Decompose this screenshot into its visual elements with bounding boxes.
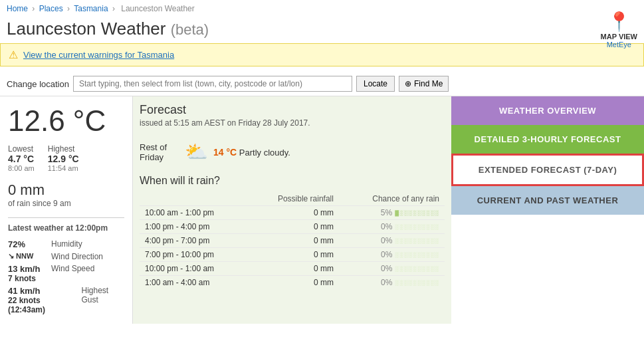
temp-row: Lowest 4.7 °C 8:00 am Highest 12.9 °C 11… <box>8 144 124 175</box>
rain-rainfall: 0 mm <box>249 206 339 220</box>
breadcrumb-home[interactable]: Home <box>7 4 28 13</box>
find-me-button[interactable]: ⊕ Find Me <box>399 76 449 92</box>
rain-time: 1:00 am - 4:00 am <box>140 276 249 290</box>
rain-section: 0 mm of rain since 9 am <box>8 175 124 212</box>
rain-table-row: 1:00 am - 4:00 am 0 mm 0% ░░░░░░░░░░ <box>140 276 445 290</box>
warning-icon: ⚠ <box>9 49 18 61</box>
nav-current-past-button[interactable]: CURRENT AND PAST WEATHER <box>451 186 644 215</box>
nav-3hourly-button[interactable]: DETAILED 3-HOURLY FORECAST <box>451 125 644 154</box>
rain-chance: 0% ░░░░░░░░░░ <box>339 234 445 248</box>
lowest-temp: Lowest 4.7 °C 8:00 am <box>8 144 35 172</box>
center-panel: Forecast issued at 5:15 am AEST on Frida… <box>133 96 451 324</box>
wind-direction-stat: ↘ NNW Wind Direction <box>8 251 124 263</box>
rain-col-chance: Chance of any rain <box>339 192 445 206</box>
forecast-title: Forecast <box>140 103 445 117</box>
rain-chance: 0% ░░░░░░░░░░ <box>339 220 445 234</box>
page-title: Launceston Weather (beta) <box>7 19 209 39</box>
breadcrumb: Home › Places › Tasmania › Launceston We… <box>0 0 644 17</box>
rain-table-row: 4:00 pm - 7:00 pm 0 mm 0% ░░░░░░░░░░ <box>140 234 445 248</box>
warning-bar: ⚠ View the current warnings for Tasmania <box>0 43 644 66</box>
rain-time: 7:00 pm - 10:00 pm <box>140 248 249 262</box>
location-input[interactable] <box>73 76 352 92</box>
highest-temp: Highest 12.9 °C 11:54 am <box>48 144 79 172</box>
map-pin-icon: 📍 <box>601 11 637 33</box>
forecast-details: 14 °C Partly cloudy. <box>213 147 290 158</box>
rain-time: 1:00 pm - 4:00 pm <box>140 220 249 234</box>
rain-rainfall: 0 mm <box>249 262 339 276</box>
divider <box>8 217 124 218</box>
rain-table-row: 7:00 pm - 10:00 pm 0 mm 0% ░░░░░░░░░░ <box>140 248 445 262</box>
highest-gust-stat: 41 km/h 22 knots (12:43am) Highest Gust <box>8 285 124 316</box>
locate-button[interactable]: Locate <box>356 76 395 92</box>
rain-table-row: 10:00 pm - 1:00 am 0 mm 0% ░░░░░░░░░░ <box>140 262 445 276</box>
rain-table: Possible rainfall Chance of any rain 10:… <box>140 192 445 289</box>
left-panel: 12.6 °C Lowest 4.7 °C 8:00 am Highest 12… <box>0 96 133 324</box>
rain-chance: 0% ░░░░░░░░░░ <box>339 262 445 276</box>
rain-time: 4:00 pm - 7:00 pm <box>140 234 249 248</box>
rain-rainfall: 0 mm <box>249 234 339 248</box>
breadcrumb-tasmania[interactable]: Tasmania <box>74 4 108 13</box>
rain-col-rainfall: Possible rainfall <box>249 192 339 206</box>
nav-extended-button[interactable]: EXTENDED FORECAST (7-DAY) <box>451 154 644 186</box>
wind-speed-stat: 13 km/h 7 knots Wind Speed <box>8 263 124 285</box>
rain-chance: 5% ▓░░░░░░░░░ <box>339 206 445 220</box>
map-view-button[interactable]: 📍 MAP VIEW MetEye <box>601 11 637 49</box>
main-layout: 12.6 °C Lowest 4.7 °C 8:00 am Highest 12… <box>0 96 644 324</box>
current-temperature: 12.6 °C <box>8 104 124 144</box>
rain-time: 10:00 pm - 1:00 am <box>140 262 249 276</box>
forecast-row: Rest of Friday ⛅ 14 °C Partly cloudy. <box>140 136 445 168</box>
humidity-stat: 72% Humidity <box>8 238 124 251</box>
warning-link[interactable]: View the current warnings for Tasmania <box>23 50 174 60</box>
rain-col-time <box>140 192 249 206</box>
rain-rainfall: 0 mm <box>249 220 339 234</box>
rain-rainfall: 0 mm <box>249 248 339 262</box>
location-label: Change location <box>7 79 69 89</box>
rain-chance: 0% ░░░░░░░░░░ <box>339 276 445 290</box>
breadcrumb-places[interactable]: Places <box>39 4 63 13</box>
location-bar: Change location Locate ⊕ Find Me <box>0 72 644 96</box>
rain-question: When will it rain? <box>140 175 445 187</box>
latest-label: Latest weather at 12:00pm <box>8 223 124 238</box>
rain-table-row: 1:00 pm - 4:00 pm 0 mm 0% ░░░░░░░░░░ <box>140 220 445 234</box>
nav-overview-button[interactable]: WEATHER OVERVIEW <box>451 96 644 125</box>
right-panel: WEATHER OVERVIEW DETAILED 3-HOURLY FOREC… <box>451 96 644 324</box>
rain-chance: 0% ░░░░░░░░░░ <box>339 248 445 262</box>
breadcrumb-current: Launceston Weather <box>121 4 195 13</box>
forecast-issued: issued at 5:15 am AEST on Friday 28 July… <box>140 118 445 128</box>
forecast-period: Rest of Friday <box>140 142 179 162</box>
forecast-weather-icon: ⛅ <box>185 141 208 163</box>
compass-icon: ⊕ <box>405 79 411 88</box>
rain-table-row: 10:00 am - 1:00 pm 0 mm 5% ▓░░░░░░░░░ <box>140 206 445 220</box>
rain-rainfall: 0 mm <box>249 276 339 290</box>
rain-time: 10:00 am - 1:00 pm <box>140 206 249 220</box>
